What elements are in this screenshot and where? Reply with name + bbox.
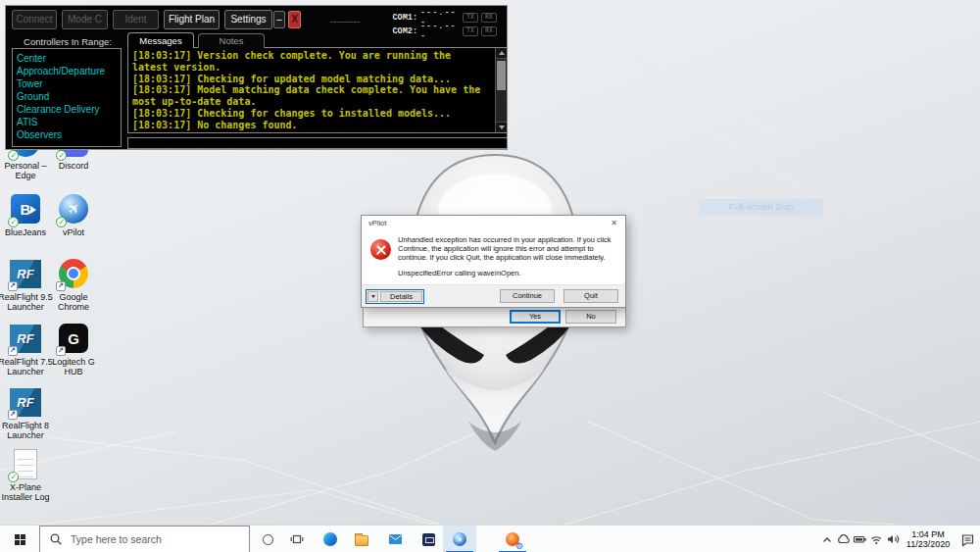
desktop-icon-label: Logitech G HUB	[52, 357, 95, 376]
ident-button[interactable]: Ident	[113, 10, 159, 29]
error-detail: UnspecifiedError calling waveInOpen.	[398, 270, 619, 278]
details-button[interactable]: Details	[366, 289, 424, 304]
desktop-icon-google-chrome[interactable]: Google Chrome	[42, 257, 105, 312]
tab-messages[interactable]: Messages	[127, 32, 194, 48]
desktop-icon-label: BlueJeans	[5, 227, 46, 237]
task-view-button[interactable]	[280, 526, 314, 552]
file-explorer-icon	[355, 535, 368, 546]
search-input[interactable]	[71, 533, 227, 545]
onedrive-tray-button[interactable]	[835, 526, 852, 552]
start-button[interactable]	[0, 526, 39, 552]
tray-expand-button[interactable]	[818, 526, 835, 552]
shortcut-arrow-badge	[8, 410, 18, 420]
connect-button[interactable]: Connect	[12, 10, 57, 29]
desktop-icon-xplane-installer-log[interactable]: X-Plane Installer Log	[0, 447, 57, 502]
mode-c-button[interactable]: Mode C	[62, 10, 108, 29]
tab-notes[interactable]: Notes	[198, 33, 265, 48]
com2-tx-indicator[interactable]: TX	[463, 26, 478, 36]
taskbar-vpilot[interactable]: ✈	[443, 526, 476, 552]
clock-time: 1:04 PM	[902, 529, 955, 539]
desktop-icon-vpilot[interactable]: ✈ vPilot	[42, 192, 105, 237]
controller-group-approach[interactable]: Approach/Departure	[17, 65, 117, 77]
com2-frequency: ---.---	[420, 22, 460, 41]
controller-group-atis[interactable]: ATIS	[17, 116, 117, 128]
scrollbar[interactable]	[495, 48, 507, 132]
fullscreen-snip-remnant: Full-screen Snip	[699, 199, 823, 216]
synced-check-badge	[8, 217, 19, 227]
details-expand-icon[interactable]	[368, 291, 378, 302]
no-button[interactable]: No	[565, 310, 616, 324]
taskbar: ✈	[0, 525, 980, 552]
scroll-up-arrow[interactable]	[496, 48, 507, 59]
desktop-icon-label: RealFlight 8 Launcher	[2, 421, 49, 440]
scroll-down-arrow[interactable]	[496, 122, 507, 132]
taskbar-installer-app[interactable]	[496, 526, 529, 552]
action-center-button[interactable]	[955, 526, 980, 552]
error-body: Unhandled exception has occurred in your…	[398, 236, 619, 262]
com1-rx-indicator[interactable]: RX	[481, 13, 497, 23]
wifi-tray-button[interactable]	[868, 526, 885, 552]
controllers-header: Controllers In Range:	[16, 36, 120, 47]
cortana-button[interactable]	[251, 526, 284, 552]
desktop-icon-realflight-8[interactable]: RF RealFlight 8 Launcher	[0, 385, 57, 440]
close-button[interactable]: X	[288, 11, 301, 28]
com2-label: COM2:	[388, 26, 417, 36]
volume-icon	[886, 532, 901, 546]
dialog-title: vPilot	[362, 219, 603, 227]
orange-gear-app-icon	[506, 532, 519, 546]
desktop-icon-logitech-ghub[interactable]: G Logitech G HUB	[42, 322, 105, 376]
controllers-list: Center Approach/Departure Tower Ground C…	[12, 48, 122, 147]
desktop-icon-label: vPilot	[63, 227, 84, 237]
shortcut-arrow-badge	[8, 281, 18, 291]
com1-tx-indicator[interactable]: TX	[463, 13, 478, 23]
desktop-icon-label: Personal – Edge	[4, 161, 46, 180]
error-icon	[370, 239, 391, 260]
taskbar-search[interactable]	[39, 526, 250, 552]
clock-date: 11/23/2020	[902, 539, 955, 549]
minimize-button[interactable]: –	[273, 11, 285, 28]
desktop: Full-screen Snip Personal – Edge Discord…	[0, 0, 980, 552]
com1-label: COM1:	[388, 13, 417, 23]
synced-check-badge	[56, 150, 67, 161]
controller-group-tower[interactable]: Tower	[17, 77, 117, 90]
com-radio-panel: COM1: ---.--- TX RX COM2: ---.--- TX RX	[388, 11, 506, 38]
battery-icon	[853, 532, 867, 546]
radio-text-input[interactable]	[127, 137, 508, 149]
controller-group-observers[interactable]: Observers	[17, 128, 117, 141]
battery-tray-button[interactable]	[852, 526, 868, 552]
taskbar-dark-app[interactable]	[412, 526, 445, 552]
quit-button[interactable]: Quit	[564, 289, 618, 303]
task-view-icon	[290, 532, 304, 546]
volume-tray-button[interactable]	[885, 526, 902, 552]
wifi-icon	[869, 532, 884, 546]
taskbar-mail[interactable]	[378, 526, 412, 552]
controller-group-ground[interactable]: Ground	[17, 90, 117, 103]
settings-button[interactable]: Settings	[224, 10, 272, 29]
close-icon[interactable]: ✕	[603, 219, 625, 227]
dark-app-icon	[422, 533, 435, 546]
yes-button[interactable]: Yes	[510, 310, 561, 324]
edge-icon	[323, 532, 337, 546]
scrollbar-thumb[interactable]	[497, 61, 506, 90]
chevron-up-icon	[820, 532, 834, 546]
windows-logo-icon	[15, 534, 25, 545]
dialog-footer: Details Continue Quit	[362, 284, 625, 307]
shortcut-arrow-badge	[56, 346, 66, 356]
taskbar-edge[interactable]	[314, 526, 347, 552]
com2-rx-indicator[interactable]: RX	[481, 26, 497, 36]
cortana-icon	[263, 534, 273, 545]
taskbar-file-explorer[interactable]	[345, 526, 378, 552]
continue-button[interactable]: Continue	[500, 289, 555, 303]
controller-group-clearance[interactable]: Clearance Delivery	[17, 103, 117, 116]
vpilot-orb-icon: ✈	[453, 532, 466, 546]
confirm-dialog: Yes No	[363, 308, 626, 327]
messages-panel: [18:03:17] Version check complete. You a…	[127, 47, 508, 133]
error-dialog: vPilot ✕ Unhandled exception has occurre…	[361, 215, 626, 308]
flight-plan-button[interactable]: Flight Plan	[164, 10, 220, 29]
taskbar-clock[interactable]: 1:04 PM 11/23/2020	[902, 529, 955, 549]
network-status-text: ----------	[315, 17, 375, 26]
shortcut-arrow-badge	[56, 281, 66, 291]
desktop-icon-label: Discord	[59, 161, 89, 171]
shortcut-arrow-badge	[8, 346, 18, 356]
controller-group-center[interactable]: Center	[17, 52, 117, 65]
